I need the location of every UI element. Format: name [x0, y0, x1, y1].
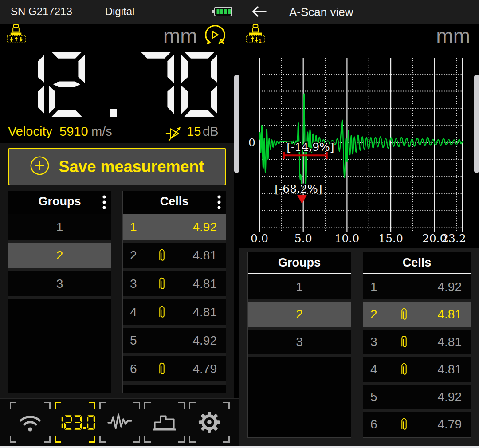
battery-icon [212, 6, 232, 19]
cells-table-title: Cells [160, 195, 189, 208]
scrollbar[interactable] [234, 75, 239, 173]
auto-measure-icon[interactable]: A [204, 23, 228, 49]
paperclip-icon [158, 305, 165, 320]
cell-row[interactable]: 34.81 [363, 330, 471, 354]
display-digit [138, 52, 174, 118]
scrollbar[interactable] [474, 75, 479, 173]
cell-row[interactable]: 44.81 [363, 357, 471, 382]
cell-row[interactable]: 64.79 [123, 356, 226, 381]
cell-value: 4.92 [438, 390, 462, 404]
cell-value: 4.79 [438, 417, 462, 432]
a-scan-chart[interactable]: [-14,9%][-68,2%]00.05.010.015.020.023.2 [240, 24, 479, 250]
group-row[interactable]: 1 [248, 275, 351, 299]
cell-number: 4 [370, 362, 377, 377]
cell-value: 4.92 [438, 280, 462, 294]
group-row[interactable]: 1 [8, 214, 111, 240]
cell-value: 4.92 [193, 220, 217, 234]
cell-number: 2 [370, 307, 377, 322]
kebab-menu-icon[interactable] [102, 195, 106, 213]
cell-number: 2 [130, 248, 137, 263]
split-screen: SN G217213 Digital mm A Velocity 5910 m/… [0, 0, 479, 448]
x-axis-tick-label: 23.2 [441, 232, 466, 245]
peak-marker-triangle [297, 195, 307, 204]
group-row-label: 3 [56, 277, 63, 291]
cells-panel: Cells 14.9224.8134.8144.8154.9264.79 [363, 252, 471, 438]
toolbar-tab-b-scan-view[interactable] [144, 402, 185, 443]
display-digit [8, 52, 44, 118]
page-title: A-Scan view [289, 5, 353, 19]
paperclip-icon [158, 276, 165, 291]
navigation-hint-bar [0, 446, 479, 448]
back-arrow-icon[interactable] [251, 5, 267, 20]
amplifier-gain-icon [165, 124, 184, 146]
gain-value: 15 [187, 124, 201, 139]
cell-row[interactable]: 54.92 [363, 385, 471, 409]
amplitude-annotation: [-14,9%] [287, 141, 334, 153]
cell-number: 4 [130, 305, 137, 319]
group-row[interactable]: 2 [8, 243, 111, 268]
left-top-bar: SN G217213 Digital [0, 0, 240, 24]
x-axis-tick-label: 0.0 [251, 232, 268, 245]
cell-number: 6 [370, 417, 377, 432]
toolbar-tab-settings[interactable] [189, 402, 230, 443]
paperclip-icon [158, 362, 165, 377]
bottom-toolbar [0, 398, 240, 446]
display-digit [181, 52, 217, 118]
group-row[interactable]: 3 [8, 271, 111, 296]
cell-row[interactable]: 24.81 [363, 302, 471, 327]
left-bar-title: Digital [0, 5, 240, 18]
toolbar-tab-a-scan-view[interactable] [99, 402, 140, 443]
x-axis-tick-label: 10.0 [335, 232, 360, 245]
seven-segment-display-icon [55, 402, 95, 443]
groups-table-title: Groups [38, 195, 81, 208]
cells-panel: Cells 14.9224.8134.8144.8154.9264.79 [122, 191, 226, 393]
cell-row[interactable]: 44.81 [123, 299, 226, 325]
cell-value: 4.81 [193, 305, 217, 319]
gain-unit: dB [203, 124, 218, 139]
probe-multi-echo-icon [6, 24, 26, 46]
display-digit [49, 52, 85, 118]
a-scan-view-pane: A-Scan view 1 mm [-14,9%][-68,2%]00.05.0… [240, 0, 479, 448]
velocity-value: 5910 [59, 124, 88, 139]
paperclip-icon [400, 362, 408, 377]
save-measurement-button[interactable]: Save measurement [8, 148, 226, 185]
cell-value: 4.81 [438, 362, 462, 377]
gear-icon [189, 402, 230, 443]
x-axis-tick-label: 15.0 [378, 232, 403, 245]
cell-row[interactable]: 24.81 [123, 243, 226, 268]
paperclip-icon [400, 334, 408, 350]
group-row[interactable]: 2 [248, 302, 351, 327]
cell-value: 4.81 [193, 248, 217, 263]
cell-value: 4.79 [193, 362, 217, 376]
group-row-label: 1 [56, 220, 63, 234]
x-axis-tick-label: 5.0 [294, 232, 312, 245]
group-row-label: 2 [56, 248, 63, 263]
groups-table-header: Groups [248, 252, 351, 274]
cell-value: 4.81 [438, 335, 462, 349]
group-row[interactable]: 3 [248, 330, 351, 354]
paperclip-icon [400, 307, 408, 322]
cell-row[interactable]: 54.92 [123, 328, 226, 353]
cells-table-header: Cells [123, 191, 226, 212]
velocity-unit: m/s [91, 124, 112, 139]
groups-table-title: Groups [278, 256, 321, 270]
cell-value: 4.81 [193, 277, 217, 291]
toolbar-tab-wifi[interactable] [10, 402, 51, 443]
thickness-reading-display [0, 52, 240, 117]
cell-value: 4.92 [193, 334, 217, 348]
step-block-icon [144, 402, 185, 443]
cell-row[interactable]: 14.92 [123, 214, 226, 240]
toolbar-tab-digital-view[interactable] [55, 402, 95, 443]
cell-row[interactable]: 34.81 [123, 271, 226, 296]
cell-row[interactable]: 14.92 [363, 275, 471, 299]
paperclip-icon [158, 248, 165, 263]
cell-row[interactable]: 64.79 [363, 412, 471, 437]
plus-circle-icon [30, 156, 50, 177]
groups-panel: Groups 123 [247, 252, 351, 438]
velocity-gain-row: Velocity 5910 m/s 15 dB [0, 122, 240, 142]
cell-number: 1 [130, 220, 137, 234]
display-digit [110, 109, 117, 117]
kebab-menu-icon[interactable] [217, 195, 221, 213]
save-measurement-label: Save measurement [59, 157, 204, 176]
wifi-icon [10, 402, 51, 443]
